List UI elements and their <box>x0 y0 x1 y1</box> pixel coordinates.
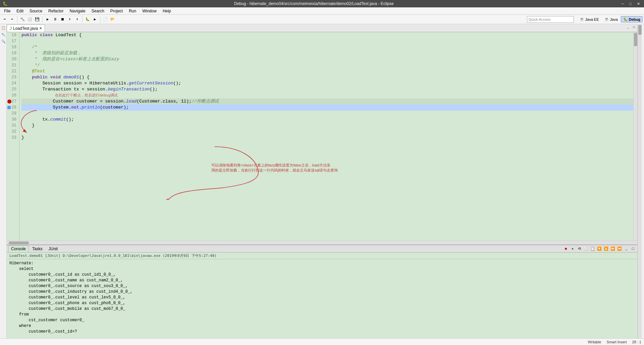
main-scrollbar-v[interactable] <box>638 25 642 345</box>
line-27: 27 <box>7 98 18 105</box>
close-button[interactable]: ✕ <box>636 2 641 6</box>
menu-source[interactable]: Source <box>27 8 45 14</box>
java-ee-icon: ☕ <box>580 17 584 21</box>
right-sidebar <box>637 24 644 345</box>
menu-edit[interactable]: Edit <box>14 8 26 14</box>
toolbar-btn-1[interactable]: ⬅ <box>1 16 8 23</box>
toolbar-btn-9[interactable]: ⬆ <box>66 16 73 23</box>
sidebar-icon-1[interactable]: 📋 <box>1 25 6 31</box>
toolbar-btn-6[interactable]: ▶ <box>44 16 51 23</box>
toolbar-btn-debug[interactable]: 🐛 <box>84 16 91 23</box>
java-icon: ☕ <box>604 17 609 21</box>
console-line-1: Hibernate: <box>9 261 635 266</box>
console-line-7: customer0_.cust_level as cust_lev5_0_0_, <box>9 295 635 300</box>
quick-access-input[interactable]: Quick Access <box>527 16 574 23</box>
menu-window[interactable]: Window <box>140 8 159 14</box>
console-output[interactable]: Hibernate: select customer0_.cust_id as … <box>7 259 637 341</box>
line-23: 23 <box>7 74 18 80</box>
console-line-9: customer0_.cust_mobile as cust_mob7_0_0_ <box>9 306 635 312</box>
editor-minimize-button[interactable]: _ <box>625 25 631 30</box>
menu-refactor[interactable]: Refactor <box>46 8 66 14</box>
menu-search[interactable]: Search <box>89 8 107 14</box>
editor-scrollbar-v[interactable] <box>633 32 637 240</box>
tab-icon: J <box>10 26 12 31</box>
tab-close-button[interactable]: ✕ <box>39 26 42 30</box>
toolbar-sep-3 <box>82 16 83 23</box>
toolbar-sep-1 <box>17 16 17 23</box>
perspective-java[interactable]: ☕ Java <box>602 16 620 22</box>
code-line-30: tx.commit(); <box>21 117 637 123</box>
console-stop-button[interactable]: ■ <box>563 246 569 252</box>
console-btn-6[interactable]: 🔽 <box>596 246 602 252</box>
perspective-debug[interactable]: 🐛 Debug <box>621 16 643 22</box>
console-tab-tasks[interactable]: Tasks <box>30 246 45 252</box>
console-btn-3[interactable]: ⟲ <box>576 246 582 252</box>
line-24: 24 <box>7 80 18 86</box>
console-maximize[interactable]: □ <box>630 246 636 252</box>
toolbar-btn-open[interactable]: 📂 <box>109 16 116 23</box>
line-21: 21 <box>7 62 18 68</box>
status-position: 28 : 1 <box>632 340 641 344</box>
console-minimize[interactable]: _ <box>623 246 629 252</box>
code-line-20: * 指的是在<class>标签上去配置的lazy <box>21 56 637 62</box>
menu-file[interactable]: File <box>1 8 13 14</box>
line-20: 20 <box>7 56 18 62</box>
toolbar-btn-run[interactable]: ▶ <box>92 16 98 23</box>
console-btn-2[interactable]: ✕ <box>570 246 576 252</box>
status-bar: Writable Smart Insert 28 : 1 <box>0 338 644 345</box>
toolbar-btn-10[interactable]: ⬇ <box>74 16 80 23</box>
code-line-16: public class LoadTest { <box>21 32 637 38</box>
console-line-6: customer0_.cust_industry as cust_ind4_0_… <box>9 289 635 295</box>
console-line-10: from <box>9 312 635 318</box>
menu-help[interactable]: Help <box>160 8 174 14</box>
console-btn-8[interactable]: ⏩ <box>610 246 616 252</box>
titlebar-icon: 🐛 <box>3 1 8 6</box>
toolbar-btn-2[interactable]: ➡ <box>9 16 15 23</box>
perspective-java-ee[interactable]: ☕ Java EE <box>577 16 601 22</box>
console-btn-4[interactable]: ⬜ <box>583 246 589 252</box>
code-line-18: /* <box>21 44 637 50</box>
titlebar-title: Debug - hibernate_demo04/src/com/meimeix… <box>8 1 620 6</box>
toolbar-btn-7[interactable]: ⏸ <box>52 16 58 23</box>
status-writable: Writable <box>588 340 601 344</box>
sidebar-icon-2[interactable]: 🔧 <box>1 32 6 38</box>
toolbar-btn-8[interactable]: ⏹ <box>59 16 66 23</box>
code-line-27: Customer customer = session.load(Custome… <box>21 98 637 105</box>
toolbar-sep-4 <box>100 16 100 23</box>
console-line-13: customer0_.cust_id=? <box>9 329 635 335</box>
console-btn-5[interactable]: 📋 <box>590 246 596 252</box>
toolbar-btn-new[interactable]: 📄 <box>102 16 109 23</box>
code-line-19: * 类级别的延迟加载， <box>21 50 637 56</box>
window-controls: ─ □ ✕ <box>620 2 641 6</box>
line-17: 17 <box>7 38 18 44</box>
line-32: 32 <box>7 129 18 135</box>
console-tab-console[interactable]: Console <box>8 246 29 252</box>
toolbar-btn-3[interactable]: 🔨 <box>19 16 26 23</box>
console-line-8: customer0_.cust_phone as cust_pho6_0_0_, <box>9 300 635 306</box>
code-line-28: System.out.println(customer); <box>21 105 637 111</box>
console-btn-7[interactable]: 🔼 <box>603 246 609 252</box>
menu-project[interactable]: Project <box>108 8 125 14</box>
console-line-2: select <box>9 266 635 272</box>
editor-scrollbar-h[interactable] <box>7 240 637 245</box>
sidebar-icon-3[interactable]: 🔍 <box>1 39 6 44</box>
console-tab-junit[interactable]: JUnit <box>46 246 60 252</box>
editor-tab-loadtest[interactable]: J LoadTest.java ✕ <box>7 24 45 32</box>
menu-navigate[interactable]: Navigate <box>67 8 88 14</box>
line-18: 18 <box>7 44 18 50</box>
maximize-button[interactable]: □ <box>628 2 633 6</box>
code-editor[interactable]: 16 17 18 19 20 21 22 23 24 25 26 27 <box>7 32 637 240</box>
toolbar-btn-5[interactable]: 💾 <box>34 16 41 23</box>
line-25: 25 <box>7 86 18 92</box>
code-lines[interactable]: public class LoadTest { /* * 类级别的延迟加载， *… <box>19 32 637 240</box>
console-header: LoadTest.demo01 [JUnit] D:\Developer\Jav… <box>7 253 637 259</box>
line-numbers: 16 17 18 19 20 21 22 23 24 25 26 27 <box>7 32 19 240</box>
console-btn-9[interactable]: ⏪ <box>616 246 623 252</box>
menu-run[interactable]: Run <box>126 8 139 14</box>
line-28: 28 <box>7 105 18 111</box>
line-33: 33 <box>7 135 18 141</box>
toolbar-btn-4[interactable]: ⬜ <box>26 16 33 23</box>
editor-maximize-button[interactable]: □ <box>631 25 637 30</box>
code-line-22: @Test <box>21 68 637 74</box>
minimize-button[interactable]: ─ <box>620 2 626 6</box>
